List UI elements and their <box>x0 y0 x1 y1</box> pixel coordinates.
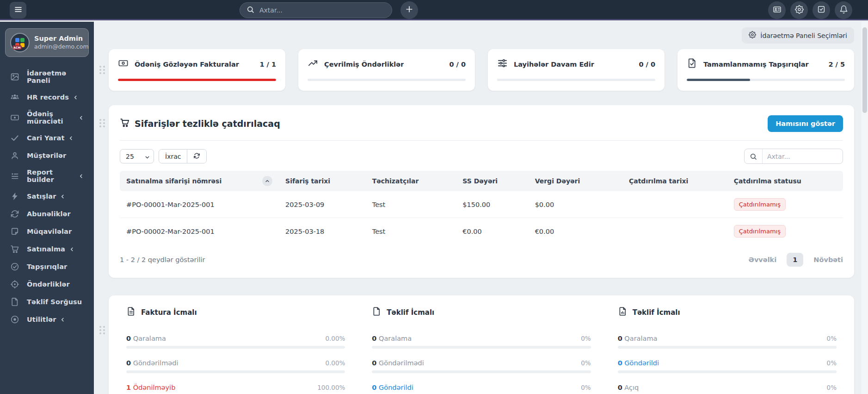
page-number-button[interactable]: 1 <box>787 253 803 267</box>
orders-table: Satınalma sifarişi nömrəsi Sifariş tarix… <box>120 171 843 244</box>
cell-order-date: 2025-03-18 <box>279 218 366 245</box>
chevron-left-icon <box>60 317 65 322</box>
summary-row: 0 Göndərildi0% <box>618 359 837 373</box>
chevron-left-icon <box>79 174 84 179</box>
global-search-input[interactable] <box>259 6 385 14</box>
cell-delivery-date <box>622 218 727 245</box>
records-info: 1 - 2 / 2 qeydlər göstərilir <box>120 256 205 263</box>
progress-bar <box>618 346 837 349</box>
sidebar: ACM Super Admin admin@demo.com İdarəetmə… <box>0 22 94 394</box>
column-header-po-number[interactable]: Satınalma sifarişi nömrəsi <box>120 171 279 191</box>
settings-button[interactable] <box>790 1 808 19</box>
orders-section: Sifarişlər tezliklə çatdırılacaq Hamısın… <box>98 105 854 278</box>
quick-add-button[interactable] <box>400 1 418 19</box>
sidebar-item-report-builder[interactable]: Report builder <box>0 164 94 188</box>
tasks-button[interactable] <box>813 1 830 19</box>
sidebar-item-subscriptions[interactable]: Abunəliklər <box>0 205 94 223</box>
cell-tax-value: €0.00 <box>529 218 622 245</box>
summary-title: Təklif İcmalı <box>387 308 434 317</box>
global-search <box>240 2 392 18</box>
summary-row: 0 Qaralama0.00% <box>126 335 345 349</box>
column-header-suppliers[interactable]: Təchizatçılar <box>366 171 456 191</box>
report-icon <box>10 171 19 181</box>
drag-handle-icon[interactable] <box>99 326 106 334</box>
contacts-icon <box>773 5 782 16</box>
progress-bar <box>308 79 466 81</box>
prev-page-button[interactable]: Əvvəlki <box>749 256 777 263</box>
table-row[interactable]: #PO-00001-Mar-2025-001 2025-03-09 Test $… <box>120 191 843 218</box>
stat-value: 0 / 0 <box>634 61 655 68</box>
cell-po-number: #PO-00002-Mar-2025-001 <box>120 218 279 245</box>
progress-bar <box>618 370 837 373</box>
cell-supplier: Test <box>366 191 456 218</box>
summary-title: Faktura İcmalı <box>141 308 197 317</box>
person-icon <box>10 151 19 160</box>
sidebar-item-tasks[interactable]: Tapşırıqlar <box>0 258 94 275</box>
stat-title: Layihələr Davam Edir <box>514 61 594 68</box>
page-scrollbar[interactable] <box>862 22 868 394</box>
sidebar-item-customers[interactable]: Müştərilər <box>0 147 94 164</box>
panel-options-label: İdarəetmə Paneli Seçimləri <box>760 32 847 39</box>
sidebar-item-contracts[interactable]: Müqaviləlar <box>0 223 94 240</box>
main-content: İdarəetmə Paneli Seçimləri Ödəniş Gözləy… <box>94 22 868 394</box>
chevron-left-icon <box>69 247 74 252</box>
table-row[interactable]: #PO-00002-Mar-2025-001 2025-03-18 Test €… <box>120 218 843 245</box>
cell-order-date: 2025-03-09 <box>279 191 366 218</box>
refresh-button[interactable] <box>187 150 206 163</box>
check-circle-icon <box>10 262 19 271</box>
sidebar-item-dashboard[interactable]: İdarəetmə Paneli <box>0 65 94 88</box>
orders-title: Sifarişlər tezliklə çatdırılacaq <box>120 118 280 130</box>
show-all-button[interactable]: Hamısını göstər <box>768 115 843 132</box>
panel-options-button[interactable]: İdarəetmə Paneli Seçimləri <box>742 27 854 44</box>
column-header-ss-value[interactable]: SS Dəyəri <box>456 171 528 191</box>
cell-ss-value: $150.00 <box>456 191 528 218</box>
cart-icon <box>10 244 19 254</box>
next-page-button[interactable]: Növbəti <box>813 256 843 263</box>
banknote-icon <box>118 58 129 70</box>
scrollbar-thumb[interactable] <box>862 27 867 113</box>
menu-icon <box>14 5 23 16</box>
column-header-order-date[interactable]: Sifariş tarixi <box>279 171 366 191</box>
sidebar-item-purchasing[interactable]: Satınalma <box>0 240 94 258</box>
progress-bar <box>372 346 591 349</box>
summary-section: Faktura İcmalı 0 Qaralama0.00% 0 Göndəri… <box>98 295 854 394</box>
file-icon <box>10 297 19 306</box>
sort-icon[interactable] <box>262 176 272 186</box>
proposal-summary-column: Təklif İcmalı 0 Qaralama0% 0 Göndərildi0… <box>618 306 837 394</box>
avatar: ACM <box>10 33 30 52</box>
contacts-button[interactable] <box>768 1 786 19</box>
chevron-left-icon <box>73 95 78 100</box>
sidebar-item-sales[interactable]: Satışlar <box>0 188 94 205</box>
drag-handle-icon[interactable] <box>99 66 106 74</box>
user-profile-card[interactable]: ACM Super Admin admin@demo.com <box>5 28 89 57</box>
drag-handle-icon[interactable] <box>99 119 106 127</box>
table-actions-group: İxrac <box>159 149 207 163</box>
progress-bar <box>372 370 591 373</box>
dashboard-icon <box>10 72 19 81</box>
file-check-icon <box>687 58 697 70</box>
column-header-tax-value[interactable]: Vergi Dəyəri <box>529 171 622 191</box>
cell-ss-value: €0.00 <box>456 218 528 245</box>
summary-row: 0 Qaralama0% <box>372 335 591 349</box>
check-icon <box>10 133 19 143</box>
export-button[interactable]: İxrac <box>159 150 187 163</box>
sidebar-item-create-current[interactable]: Cari Yarat <box>0 129 94 147</box>
page-size-select[interactable]: 25 <box>120 149 154 163</box>
sidebar-item-leads[interactable]: Öndərliklər <box>0 275 94 293</box>
gear-icon <box>795 5 804 16</box>
menu-toggle-button[interactable] <box>10 2 26 19</box>
sidebar-item-hr-records[interactable]: HR records <box>0 88 94 106</box>
column-header-delivery-date[interactable]: Çatdırılma tarixi <box>622 171 727 191</box>
summary-row: 0 Göndərildi0% <box>372 384 591 394</box>
progress-bar <box>687 79 845 81</box>
sidebar-item-quote-request[interactable]: Təklif Sorğusu <box>0 293 94 311</box>
search-icon[interactable] <box>745 149 763 163</box>
banknote-icon <box>10 113 19 122</box>
table-search-input[interactable] <box>763 153 843 160</box>
sidebar-item-utilities[interactable]: Utilitlər <box>0 311 94 328</box>
notifications-button[interactable] <box>835 1 852 19</box>
column-header-delivery-status[interactable]: Çatdırılma statusu <box>727 171 843 191</box>
user-name: Super Admin <box>34 34 89 43</box>
summary-row: 0 Göndərilmədi0.00% <box>126 359 345 373</box>
sidebar-item-payment-request[interactable]: Ödəniş müraciəti <box>0 106 94 129</box>
